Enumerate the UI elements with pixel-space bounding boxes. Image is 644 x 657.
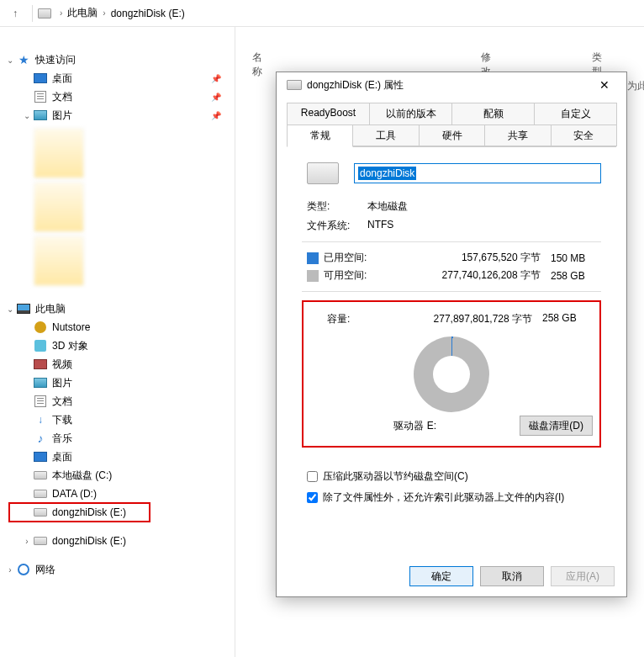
- tree-data-d[interactable]: DATA (D:): [0, 485, 235, 503]
- type-value: 本地磁盘: [367, 199, 408, 214]
- dialog-button-row: 确定 取消 应用(A): [409, 566, 615, 586]
- tree-3d-objects[interactable]: 3D 对象: [0, 336, 235, 355]
- tree-dongzhidisk-e-highlighted[interactable]: dongzhiDisk (E:): [0, 503, 235, 522]
- partial-hint-text: 为此: [627, 79, 644, 93]
- tree-label: 3D 对象: [52, 339, 88, 353]
- properties-dialog: dongzhiDisk (E:) 属性 ✕ ReadyBoost 以前的版本 配…: [276, 72, 627, 597]
- collapse-icon[interactable]: ⌄: [22, 111, 32, 120]
- cancel-button[interactable]: 取消: [480, 566, 544, 586]
- tree-videos[interactable]: 视频: [0, 355, 235, 374]
- tree-label: 文档: [52, 90, 72, 104]
- apply-button[interactable]: 应用(A): [551, 566, 615, 586]
- tab-readyboost[interactable]: ReadyBoost: [287, 103, 370, 125]
- index-checkbox[interactable]: [307, 492, 318, 503]
- divider: [32, 5, 33, 22]
- tab-sharing[interactable]: 共享: [484, 125, 551, 146]
- used-space-label: 已用空间:: [324, 251, 374, 265]
- tree-label: dongzhiDisk (E:): [52, 535, 126, 547]
- breadcrumb-bar: ↑ › 此电脑 › dongzhiDisk (E:): [0, 0, 644, 27]
- tree-music[interactable]: ♪ 音乐: [0, 429, 235, 448]
- music-icon: ♪: [34, 432, 47, 444]
- pin-icon: 📌: [211, 111, 221, 120]
- tree-dongzhidisk-e[interactable]: › dongzhiDisk (E:): [0, 532, 235, 550]
- tree-quick-access[interactable]: ⌄ ★ 快速访问: [0, 50, 235, 69]
- tree-label: 文档: [52, 395, 72, 409]
- tree-desktop2[interactable]: 桌面: [0, 448, 235, 466]
- drive-large-icon: [307, 162, 339, 184]
- breadcrumb-segment[interactable]: dongzhiDisk (E:): [111, 8, 185, 19]
- star-icon: ★: [17, 54, 30, 66]
- collapse-icon[interactable]: ⌄: [5, 56, 15, 65]
- computer-icon: [17, 304, 30, 314]
- usage-pie-chart-icon: [414, 336, 489, 412]
- drive-icon: [34, 537, 47, 545]
- tab-hardware[interactable]: 硬件: [419, 125, 485, 146]
- column-name[interactable]: 名称: [252, 50, 262, 108]
- tab-tools[interactable]: 工具: [352, 125, 419, 146]
- free-space-human: 258 GB: [551, 270, 601, 282]
- ok-button[interactable]: 确定: [409, 566, 473, 586]
- divider: [302, 241, 601, 242]
- chevron-right-icon[interactable]: ›: [103, 8, 105, 18]
- tree-this-pc[interactable]: ⌄ 此电脑: [0, 299, 235, 318]
- free-space-label: 可用空间:: [324, 268, 374, 283]
- drive-icon: [34, 508, 47, 517]
- tree-label: Nutstore: [52, 321, 90, 333]
- drive-name-input[interactable]: dongzhiDisk: [354, 163, 601, 183]
- drive-icon: [34, 490, 47, 498]
- used-space-bytes: 157,675,520 字节: [374, 251, 551, 265]
- tab-security[interactable]: 安全: [551, 125, 617, 146]
- drive-icon: [38, 8, 51, 19]
- drive-icon: [34, 471, 47, 480]
- pin-icon: 📌: [211, 74, 221, 83]
- tab-general-body: dongzhiDisk 类型: 本地磁盘 文件系统: NTFS 已用空间: 15…: [287, 147, 616, 513]
- compress-checkbox[interactable]: [307, 471, 318, 482]
- tree-desktop[interactable]: 桌面 📌: [0, 69, 235, 87]
- tree-label: 快速访问: [35, 53, 76, 67]
- expand-icon[interactable]: ›: [22, 537, 32, 546]
- tree-local-disk-c[interactable]: 本地磁盘 (C:): [0, 466, 235, 485]
- expand-icon[interactable]: ›: [5, 565, 15, 575]
- tree-nutstore[interactable]: Nutstore: [0, 318, 235, 336]
- folder-thumbnail[interactable]: [34, 128, 84, 178]
- tree-documents[interactable]: 文档 📌: [0, 87, 235, 106]
- tree-network[interactable]: › 网络: [0, 560, 235, 579]
- capacity-label: 容量:: [327, 312, 377, 326]
- navigation-tree: ⌄ ★ 快速访问 桌面 📌 文档 📌 ⌄ 图片 📌 ⌄ 此电脑: [0, 27, 235, 657]
- collapse-icon[interactable]: ⌄: [5, 305, 15, 314]
- tree-pictures2[interactable]: 图片: [0, 374, 235, 392]
- close-button[interactable]: ✕: [588, 73, 621, 97]
- tree-pictures[interactable]: ⌄ 图片 📌: [0, 106, 235, 125]
- tree-label: DATA (D:): [52, 488, 97, 500]
- tab-customize[interactable]: 自定义: [534, 103, 617, 125]
- drive-letter-label: 驱动器 E:: [310, 419, 520, 433]
- filesystem-value: NTFS: [367, 219, 393, 233]
- nav-up-icon[interactable]: ↑: [7, 5, 24, 22]
- tree-label: 桌面: [52, 450, 72, 464]
- index-label[interactable]: 除了文件属性外，还允许索引此驱动器上文件的内容(I): [323, 490, 564, 505]
- tree-label: 此电脑: [35, 302, 66, 316]
- pictures-icon: [34, 378, 47, 388]
- capacity-bytes: 277,897,801,728 字节: [377, 312, 542, 326]
- chevron-right-icon[interactable]: ›: [60, 8, 62, 18]
- breadcrumb-segment[interactable]: 此电脑: [67, 6, 98, 20]
- capacity-human: 258 GB: [542, 312, 593, 326]
- color-swatch-free-icon: [307, 270, 319, 282]
- folder-thumbnail[interactable]: [34, 236, 84, 286]
- drive-icon: [287, 80, 302, 90]
- divider: [302, 291, 601, 292]
- compress-label[interactable]: 压缩此驱动器以节约磁盘空间(C): [323, 469, 468, 484]
- pictures-icon: [34, 110, 47, 120]
- tab-previous-versions[interactable]: 以前的版本: [369, 103, 452, 125]
- disk-cleanup-button[interactable]: 磁盘清理(D): [520, 416, 593, 436]
- tab-general[interactable]: 常规: [287, 125, 353, 147]
- tree-downloads[interactable]: ↓ 下载: [0, 411, 235, 429]
- tree-documents2[interactable]: 文档: [0, 392, 235, 411]
- dialog-title-text: dongzhiDisk (E:) 属性: [307, 78, 588, 93]
- capacity-highlighted-section: 容量: 277,897,801,728 字节 258 GB 驱动器 E: 磁盘清…: [302, 300, 601, 448]
- tab-quota[interactable]: 配额: [451, 103, 535, 125]
- folder-thumbnail[interactable]: [34, 182, 84, 232]
- tree-label: 网络: [35, 563, 55, 577]
- dialog-titlebar[interactable]: dongzhiDisk (E:) 属性 ✕: [277, 72, 626, 98]
- type-label: 类型:: [307, 199, 367, 214]
